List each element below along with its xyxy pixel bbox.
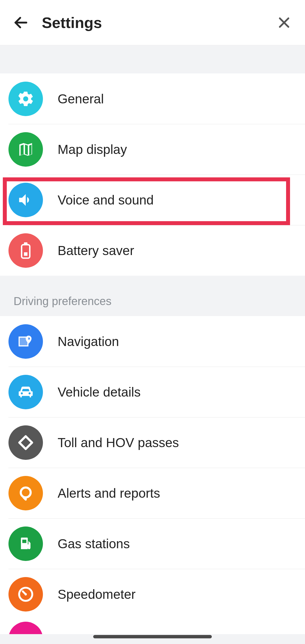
svg-rect-5 [24, 252, 27, 256]
settings-item-label: Gas stations [58, 536, 130, 551]
settings-item-label: Speedometer [58, 587, 136, 602]
settings-list-main: General Map display Voice and sound Batt… [0, 73, 305, 276]
settings-item-battery-saver[interactable]: Battery saver [0, 225, 305, 276]
settings-item-map-display[interactable]: Map display [0, 124, 305, 175]
settings-item-toll-hov[interactable]: Toll and HOV passes [0, 417, 305, 468]
navigation-icon [8, 324, 43, 359]
settings-item-alerts-reports[interactable]: Alerts and reports [0, 468, 305, 518]
svg-point-9 [25, 593, 27, 595]
settings-item-vehicle-details[interactable]: Vehicle details [0, 367, 305, 417]
arrow-left-icon [13, 14, 29, 31]
settings-item-label: Toll and HOV passes [58, 435, 179, 450]
section-gap [0, 45, 305, 73]
settings-item-label: Vehicle details [58, 384, 141, 400]
settings-item-label: Battery saver [58, 243, 134, 258]
header: Settings [0, 0, 305, 45]
section-title-driving: Driving preferences [0, 276, 305, 316]
speedometer-icon [8, 577, 43, 612]
car-icon [8, 375, 43, 409]
settings-item-general[interactable]: General [0, 73, 305, 124]
settings-item-gas-stations[interactable]: Gas stations [0, 518, 305, 569]
next-icon [8, 622, 43, 634]
settings-item-label: Map display [58, 142, 127, 157]
back-button[interactable] [12, 14, 29, 31]
alert-bubble-icon [8, 476, 43, 510]
settings-item-voice-and-sound[interactable]: Voice and sound [0, 175, 305, 225]
battery-icon [8, 233, 43, 268]
close-button[interactable] [276, 14, 293, 31]
settings-item-speedometer[interactable]: Speedometer [0, 569, 305, 619]
settings-list-driving: Navigation Vehicle details Toll and HOV … [0, 316, 305, 619]
settings-item-label: Navigation [58, 334, 119, 349]
settings-item-next[interactable] [0, 619, 305, 634]
map-icon [8, 132, 43, 167]
settings-list-extra [0, 619, 305, 634]
settings-item-label: Voice and sound [58, 192, 154, 208]
diamond-icon [8, 425, 43, 460]
close-icon [277, 15, 291, 30]
svg-rect-4 [24, 242, 27, 245]
fuel-pump-icon [8, 526, 43, 561]
speaker-icon [8, 183, 43, 217]
svg-point-6 [21, 488, 31, 497]
settings-item-label: General [58, 91, 104, 106]
home-indicator [93, 635, 212, 638]
settings-item-navigation[interactable]: Navigation [0, 316, 305, 367]
gear-icon [8, 82, 43, 116]
page-title: Settings [42, 14, 276, 31]
settings-item-label: Alerts and reports [58, 486, 160, 501]
svg-rect-3 [22, 245, 30, 258]
